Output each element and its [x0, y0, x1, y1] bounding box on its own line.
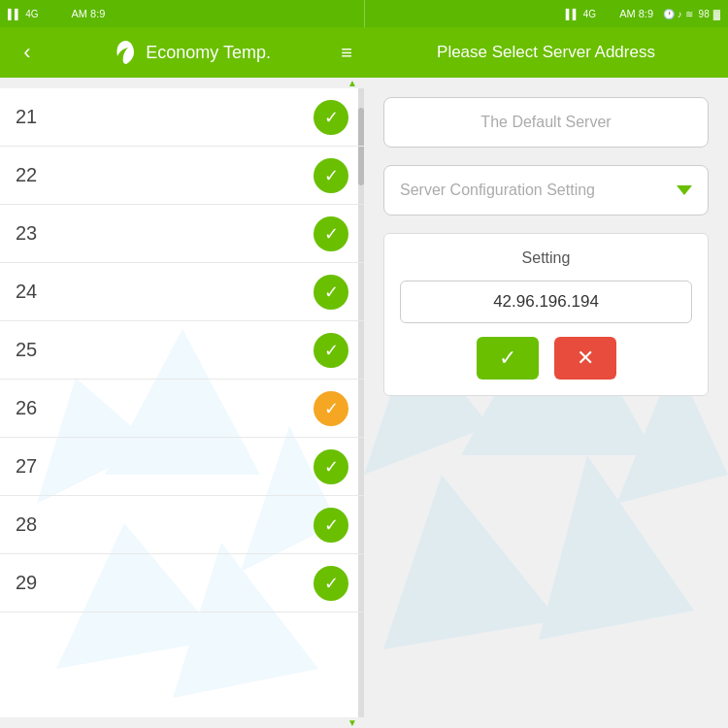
main-area: ‹ Economy Temp. ≡ ▲ 21 ✓ 22 ✓ [0, 27, 728, 728]
check-mark: ✓ [324, 281, 339, 303]
app-title: Economy Temp. [146, 43, 271, 63]
list-item-number: 28 [16, 513, 37, 536]
right-header: Please Select Server Address [364, 27, 728, 78]
list-item-number: 21 [16, 106, 37, 128]
check-circle: ✓ [314, 275, 348, 310]
list-item-number: 22 [16, 164, 37, 186]
check-mark: ✓ [324, 573, 339, 594]
time-right: AM 8:9 [619, 8, 653, 19]
list-items-container: 21 ✓ 22 ✓ 23 ✓ 24 ✓ 25 ✓ 26 [0, 88, 364, 612]
confirm-icon: ✓ [499, 346, 516, 371]
default-server-button[interactable]: The Default Server [383, 97, 709, 148]
cancel-icon: ✕ [577, 346, 594, 371]
signal-type-right: 4G [583, 9, 596, 19]
check-mark: ✓ [324, 165, 339, 186]
list-item[interactable]: 25 ✓ [0, 321, 364, 380]
list-item[interactable]: 21 ✓ [0, 88, 364, 147]
icons-right: 🕐 ♪ ≋ [663, 9, 693, 19]
status-bar-left: ▌▌ 4G AM 8:9 [0, 0, 364, 27]
app-title-area: Economy Temp. [113, 39, 271, 66]
setting-title: Setting [400, 249, 692, 267]
server-config-label: Server Configuration Setting [400, 182, 595, 199]
battery-right: 98 [699, 9, 710, 19]
back-button[interactable]: ‹ [12, 37, 43, 68]
scroll-up-area: ▲ [0, 78, 364, 88]
check-mark: ✓ [324, 223, 339, 245]
dropdown-arrow-icon [677, 185, 692, 195]
status-bar: ▌▌ 4G AM 8:9 ▌▌ 4G AM 8:9 🕐 ♪ ≋ 98 ▓ [0, 0, 728, 27]
left-header: ‹ Economy Temp. ≡ [0, 27, 364, 78]
signal-right: ▌▌ [566, 9, 579, 19]
check-circle: ✓ [314, 158, 348, 193]
check-mark: ✓ [324, 340, 339, 361]
check-circle: ✓ [314, 216, 348, 251]
check-mark: ✓ [324, 107, 339, 128]
list-item[interactable]: 28 ✓ [0, 496, 364, 554]
list-item[interactable]: 27 ✓ [0, 438, 364, 496]
list-item-number: 27 [16, 455, 37, 478]
check-mark: ✓ [324, 398, 339, 419]
check-circle: ✓ [314, 508, 348, 543]
list-item-number: 24 [16, 281, 37, 303]
list-item[interactable]: 22 ✓ [0, 147, 364, 205]
left-panel: ‹ Economy Temp. ≡ ▲ 21 ✓ 22 ✓ [0, 27, 364, 728]
list-area[interactable]: 21 ✓ 22 ✓ 23 ✓ 24 ✓ 25 ✓ 26 [0, 88, 364, 717]
check-circle: ✓ [314, 566, 348, 601]
right-panel: Please Select Server Address The Default… [364, 27, 728, 728]
scroll-down-area: ▼ [0, 717, 364, 728]
scroll-down-indicator: ▼ [343, 717, 362, 728]
check-circle: ✓ [314, 100, 348, 135]
list-item-number: 23 [16, 222, 37, 245]
cancel-button[interactable]: ✕ [554, 337, 616, 380]
right-content: The Default Server Server Configuration … [364, 78, 728, 728]
list-item[interactable]: 26 ✓ [0, 380, 364, 438]
setting-actions: ✓ ✕ [400, 337, 692, 380]
battery-icon: ▓ [713, 9, 720, 19]
status-bar-right: ▌▌ 4G AM 8:9 🕐 ♪ ≋ 98 ▓ [365, 0, 729, 27]
list-item[interactable]: 29 ✓ [0, 554, 364, 612]
setting-box: Setting 42.96.196.194 ✓ ✕ [383, 233, 709, 396]
check-mark: ✓ [324, 514, 339, 536]
ip-address-input[interactable]: 42.96.196.194 [400, 281, 692, 323]
list-item[interactable]: 23 ✓ [0, 205, 364, 263]
default-server-label: The Default Server [480, 114, 611, 131]
scroll-up-indicator: ▲ [343, 78, 362, 88]
list-item[interactable]: 24 ✓ [0, 263, 364, 321]
right-title: Please Select Server Address [437, 43, 655, 62]
confirm-button[interactable]: ✓ [477, 337, 539, 380]
check-mark: ✓ [324, 456, 339, 478]
list-item-number: 29 [16, 572, 37, 594]
leaf-icon [113, 39, 140, 66]
server-config-button[interactable]: Server Configuration Setting [383, 165, 709, 215]
list-item-number: 25 [16, 339, 37, 361]
time-left: AM 8:9 [72, 8, 106, 19]
check-circle: ✓ [314, 333, 348, 368]
check-circle: ✓ [314, 391, 348, 426]
check-circle: ✓ [314, 449, 348, 484]
signal-type-left: 4G [25, 9, 38, 19]
list-item-number: 26 [16, 397, 37, 419]
ip-address-value: 42.96.196.194 [493, 292, 599, 312]
signal-left: ▌▌ [8, 9, 21, 19]
menu-button[interactable]: ≡ [341, 42, 352, 64]
